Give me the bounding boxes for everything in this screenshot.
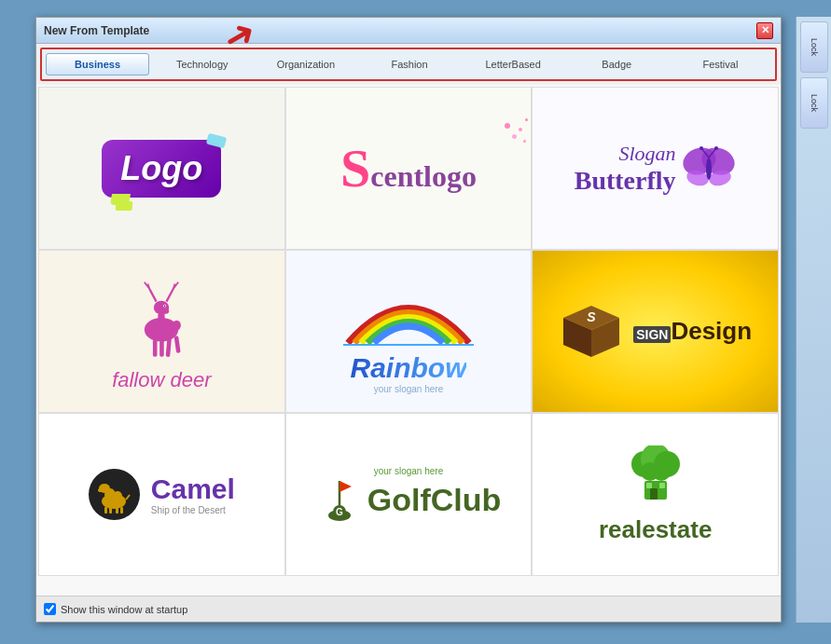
- template-slogan-butterfly[interactable]: Slogan Butterfly: [532, 87, 779, 250]
- template-sign-design[interactable]: S SIGNDesign: [532, 250, 779, 413]
- dialog-title: New From Template: [44, 24, 149, 37]
- template-fallow-deer[interactable]: fallow deer: [38, 250, 285, 413]
- sign-design-text: SIGNDesign: [633, 317, 752, 346]
- svg-line-13: [150, 289, 157, 302]
- svg-point-33: [113, 491, 122, 500]
- svg-point-36: [98, 488, 104, 492]
- camel-silhouette: [95, 476, 132, 514]
- logo-tail: [116, 201, 133, 211]
- tab-technology[interactable]: Technology: [151, 53, 253, 75]
- rainbow-slogan: your slogan here: [374, 384, 444, 394]
- golf-club-svg: G: [316, 476, 363, 528]
- svg-point-12: [160, 308, 169, 313]
- camel-subtitle: Ship of the Desert: [151, 505, 235, 515]
- svg-rect-37: [104, 507, 107, 514]
- tab-festival[interactable]: Festival: [670, 53, 771, 75]
- sign-label: SIGN: [633, 326, 671, 343]
- svg-rect-10: [159, 312, 165, 327]
- golf-icon: G: [316, 476, 363, 523]
- svg-rect-54: [646, 483, 652, 488]
- svg-point-6: [699, 146, 703, 150]
- svg-point-8: [714, 146, 718, 150]
- svg-text:S: S: [588, 309, 597, 324]
- template-rainbow[interactable]: Rainbow your slogan here: [285, 250, 533, 413]
- svg-rect-39: [116, 507, 118, 514]
- new-from-template-dialog: New From Template ✕ Business Technology …: [35, 17, 782, 623]
- template-camel[interactable]: Camel Ship of the Desert: [38, 413, 285, 576]
- svg-rect-22: [174, 336, 181, 353]
- design-label: Design: [671, 317, 752, 345]
- camel-container: Camel Ship of the Desert: [89, 469, 235, 520]
- dialog-bottom-bar: Show this window at startup: [36, 596, 781, 622]
- template-grid: Logo S: [38, 87, 779, 576]
- svg-rect-40: [120, 507, 123, 514]
- deer-graphic-container: fallow deer: [112, 270, 211, 392]
- svg-point-25: [164, 305, 165, 306]
- camel-text-container: Camel Ship of the Desert: [151, 473, 235, 515]
- logo-box-graphic: Logo: [102, 140, 221, 198]
- butterfly-text: Butterfly: [575, 166, 676, 196]
- rainbow-text: Rainbow: [350, 352, 466, 384]
- category-tab-bar: Business Technology Organization Fashion…: [40, 48, 777, 81]
- realestate-icon: [618, 445, 693, 511]
- tab-letter-based[interactable]: LetterBased: [463, 53, 564, 75]
- camel-circle-icon: [89, 469, 140, 520]
- svg-line-41: [126, 495, 130, 500]
- svg-rect-38: [109, 507, 112, 514]
- svg-rect-53: [650, 488, 658, 500]
- dialog-title-bar: New From Template ✕: [36, 18, 781, 44]
- template-realestate[interactable]: realestate: [532, 413, 779, 576]
- slogan-text: Slogan: [575, 142, 676, 166]
- svg-text:G: G: [336, 507, 343, 517]
- rainbow-graphic-container: Rainbow your slogan here: [334, 268, 483, 394]
- svg-point-51: [652, 462, 671, 481]
- sign-design-container: S SIGNDesign: [559, 301, 752, 362]
- tab-organization[interactable]: Organization: [255, 53, 356, 75]
- scent-rest-text: centlogo: [370, 159, 477, 194]
- butterfly-icon: [681, 141, 737, 197]
- fallow-deer-text: fallow deer: [112, 368, 211, 392]
- template-logo[interactable]: Logo: [38, 87, 285, 250]
- svg-line-16: [167, 289, 173, 302]
- golf-club-text: GolfClub: [367, 482, 502, 518]
- lock-button-1[interactable]: Lock: [800, 21, 828, 73]
- svg-point-4: [706, 158, 712, 180]
- close-button[interactable]: ✕: [756, 22, 773, 39]
- svg-rect-21: [166, 338, 172, 357]
- tab-badge[interactable]: Badge: [566, 53, 668, 75]
- logo-accent: [206, 132, 227, 148]
- svg-rect-55: [659, 483, 665, 488]
- svg-point-23: [173, 321, 181, 331]
- template-content-area[interactable]: Logo S: [36, 85, 781, 596]
- tab-business[interactable]: Business: [46, 53, 149, 75]
- camel-name: Camel: [151, 473, 235, 505]
- startup-checkbox[interactable]: [44, 603, 56, 615]
- deer-icon: [124, 270, 199, 363]
- logo-text: Logo: [120, 149, 202, 187]
- golf-container: your slogan here: [316, 466, 502, 523]
- scent-s-letter: S: [340, 142, 370, 196]
- startup-checkbox-area[interactable]: Show this window at startup: [44, 603, 187, 615]
- sign-box-icon: S: [559, 301, 624, 362]
- startup-checkbox-label: Show this window at startup: [61, 604, 187, 615]
- side-panel: Lock Lock: [796, 17, 831, 623]
- realestate-text: realestate: [599, 515, 712, 544]
- golf-slogan-text: your slogan here: [374, 466, 444, 476]
- svg-rect-19: [153, 340, 158, 357]
- svg-rect-34: [106, 491, 112, 500]
- template-golf-club[interactable]: your slogan here: [285, 413, 533, 576]
- tab-fashion[interactable]: Fashion: [358, 53, 460, 75]
- svg-rect-20: [159, 340, 164, 357]
- svg-marker-43: [339, 481, 352, 492]
- template-scentlogo[interactable]: S centlogo: [285, 87, 533, 250]
- lock-button-2[interactable]: Lock: [800, 77, 828, 129]
- realestate-container: realestate: [599, 445, 712, 544]
- rainbow-arc-icon: [334, 268, 483, 352]
